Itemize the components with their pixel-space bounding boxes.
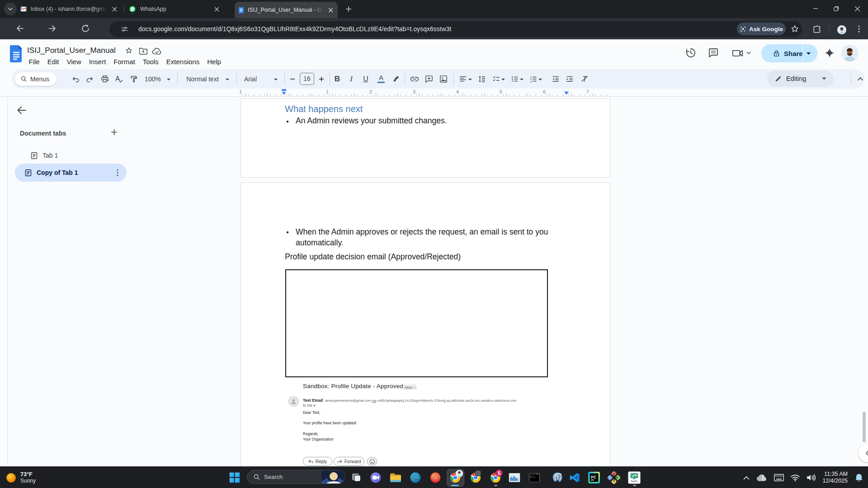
docs-profile-avatar[interactable] [841,45,858,61]
checklist-dropdown-icon[interactable] [501,78,505,81]
document-page-1[interactable]: What happens next ● An Admin reviews you… [241,99,610,178]
font-dropdown-icon[interactable] [274,78,278,81]
insert-image-button[interactable] [439,75,448,83]
taskbar-search[interactable]: Search [247,470,345,484]
paragraph-style-select[interactable]: Normal text [186,75,219,83]
browser-back-button[interactable] [15,23,25,33]
checklist-button[interactable] [492,75,501,83]
share-button[interactable]: Share [761,44,817,62]
numbered-dropdown-icon[interactable] [538,78,542,81]
edge-button[interactable] [410,472,421,483]
browser-tab-docs-active[interactable]: ISIJ_Portal_User_Manual - Goog [235,2,338,18]
msdtc-diamond-button[interactable] [608,471,620,484]
text-color-button[interactable]: A [377,75,385,83]
star-document-icon[interactable] [125,47,133,55]
extensions-icon[interactable] [812,25,821,34]
email-emoji-button[interactable] [367,457,377,466]
site-settings-icon[interactable] [121,25,128,33]
share-dropdown-icon[interactable] [806,52,811,55]
tab-options-kebab-icon[interactable] [117,169,118,176]
decrease-indent-button[interactable] [552,75,560,83]
sidebar-item-tab1[interactable]: Tab 1 [21,148,120,163]
new-tab-button[interactable] [345,5,352,13]
line-spacing-button[interactable] [478,75,486,83]
menu-extensions[interactable]: Extensions [162,57,203,66]
underline-button[interactable]: U [363,75,368,83]
tab-close-icon[interactable] [112,7,117,12]
undo-button[interactable] [72,75,80,83]
italic-button[interactable]: I [350,75,353,84]
paint-format-button[interactable] [130,75,138,83]
font-size-input[interactable]: 16 [300,73,314,85]
tray-chevron-up-icon[interactable] [743,476,750,480]
email-forward-button[interactable]: Forward [334,457,364,466]
window-minimize-button[interactable] [813,6,818,11]
zoom-select[interactable]: 100% [145,75,161,83]
ruler[interactable]: 1 1 2 3 4 5 6 7 [0,89,868,96]
tab-close-icon[interactable] [328,8,333,13]
sidebar-item-copy-of-tab1-selected[interactable]: Copy of Tab 1 [15,164,127,182]
document-page-2[interactable]: ● When the Admin approves or rejects the… [241,183,610,466]
start-button[interactable] [230,472,240,483]
address-bar[interactable]: docs.google.com/document/d/1Q8xj6S6o31Qg… [109,21,802,37]
google-docs-logo[interactable] [9,45,22,62]
bookmark-star-icon[interactable] [790,24,799,33]
comments-icon[interactable] [708,47,719,58]
email-reply-button[interactable]: Reply [303,457,332,466]
onedrive-icon[interactable] [756,474,767,481]
window-close-button[interactable] [854,6,860,12]
add-tab-button[interactable] [110,128,118,136]
terminal-button[interactable]: C:\_ [529,473,540,482]
align-button[interactable] [459,75,467,83]
highlight-color-button[interactable] [392,75,401,83]
menu-insert[interactable]: Insert [85,57,110,66]
increase-indent-button[interactable] [566,75,574,83]
weather-widget[interactable]: 73°F Sunny [5,467,36,488]
bulleted-list-button[interactable] [511,75,519,83]
menus-search-button[interactable]: Menus [15,72,57,86]
touch-keyboard-icon[interactable] [774,474,784,481]
zoom-dropdown-icon[interactable] [167,78,171,81]
postgresql-button[interactable] [552,472,564,483]
insert-link-button[interactable] [410,75,419,84]
menu-tools[interactable]: Tools [139,57,162,66]
browser-profile-avatar[interactable] [837,25,846,34]
file-explorer-button[interactable] [390,473,401,483]
taskpro-button[interactable]: TaskPro [628,471,641,483]
ask-google-button[interactable]: Ask Google [737,23,786,35]
editing-mode-button[interactable]: Editing [767,70,834,87]
font-select[interactable]: Arial [244,75,257,83]
notification-bell-icon[interactable] [854,473,863,483]
style-dropdown-icon[interactable] [226,78,230,81]
move-to-folder-icon[interactable] [139,47,148,55]
hide-menus-button[interactable] [858,77,863,81]
email-to-me[interactable]: to me ▾ [303,403,316,408]
menu-format[interactable]: Format [110,57,139,66]
bold-button[interactable]: B [335,75,340,84]
browser-reload-button[interactable] [80,23,90,33]
meet-call-button[interactable] [732,48,751,57]
clear-formatting-button[interactable] [580,75,589,83]
browser-menu-kebab-icon[interactable] [855,24,863,34]
close-tabs-sidebar-button[interactable] [16,105,27,116]
task-view-button[interactable] [351,472,362,483]
numbered-list-button[interactable]: 123 [529,75,538,83]
system-monitor-button[interactable] [509,473,520,482]
redo-button[interactable] [85,75,94,83]
menu-edit[interactable]: Edit [43,57,63,66]
pycharm-button[interactable]: PC [588,472,600,483]
vscode-button[interactable] [569,472,580,483]
show-side-panel-button[interactable] [859,444,868,462]
menu-help[interactable]: Help [203,57,225,66]
right-indent-marker[interactable] [564,91,570,95]
wifi-icon[interactable] [791,474,800,481]
left-indent-marker[interactable] [281,89,287,95]
tab-search-button[interactable] [4,3,17,15]
print-button[interactable] [101,75,109,83]
document-scrollbar[interactable] [863,412,866,442]
menu-file[interactable]: File [25,57,43,66]
increase-font-size-button[interactable] [319,76,324,82]
menu-view[interactable]: View [63,57,85,66]
browser-tab-whatsapp[interactable]: WhatsApp [129,0,229,18]
bullets-dropdown-icon[interactable] [520,78,524,81]
